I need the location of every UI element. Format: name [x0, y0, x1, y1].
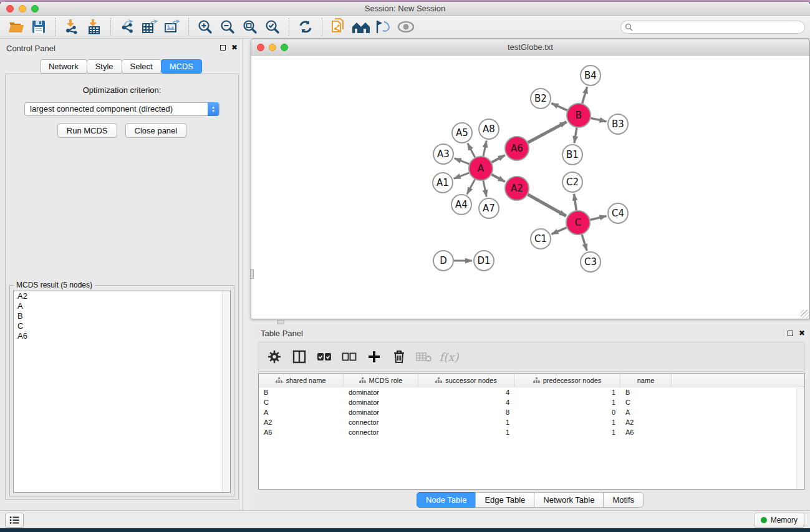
- graph-node-label: C1: [534, 233, 547, 244]
- graph-edge[interactable]: [483, 181, 486, 197]
- columns-icon[interactable]: [290, 347, 309, 366]
- graph-edge[interactable]: [582, 235, 587, 251]
- column-header-name[interactable]: name: [620, 374, 672, 387]
- graph-node-label: D: [440, 255, 447, 266]
- main-toolbar: [0, 16, 810, 39]
- graph-edge[interactable]: [492, 155, 505, 163]
- graph-edge[interactable]: [551, 228, 566, 234]
- table-row[interactable]: A2connector 11 A2: [259, 417, 804, 427]
- graph-edge[interactable]: [574, 128, 577, 143]
- gear-icon[interactable]: [265, 347, 284, 366]
- table-row[interactable]: Adominator 80 A: [259, 407, 804, 417]
- export-table-icon[interactable]: [138, 17, 161, 36]
- node-table[interactable]: shared name MCDS role successor nodes pr…: [258, 373, 805, 490]
- table-tabs: Node Table Edge Table Network Table Moti…: [251, 492, 810, 508]
- zoom-fit-icon[interactable]: [239, 17, 261, 36]
- float-table-panel-icon[interactable]: [788, 331, 793, 336]
- network-view-window: testGlobe.txt B4B2BB3A8A5A6B1A3AC2A1A2A4…: [251, 39, 810, 319]
- run-mcds-button[interactable]: Run MCDS: [57, 123, 117, 138]
- toolbar-separator: [322, 18, 322, 36]
- column-header-predecessor-nodes[interactable]: predecessor nodes: [514, 374, 620, 387]
- network-graph[interactable]: B4B2BB3A8A5A6B1A3AC2A1A2A4A7C4CC1C3DD1: [251, 56, 809, 319]
- mcds-result-item[interactable]: A: [14, 301, 230, 311]
- tab-style[interactable]: Style: [87, 59, 122, 74]
- tab-network[interactable]: Network: [40, 59, 87, 74]
- graph-edge[interactable]: [528, 195, 566, 216]
- hide-selected-icon[interactable]: [372, 17, 395, 36]
- graph-edge[interactable]: [492, 175, 505, 182]
- column-header-successor-nodes[interactable]: successor nodes: [418, 374, 514, 387]
- table-row[interactable]: Cdominator 41 C: [259, 397, 804, 407]
- table-row[interactable]: A6connector 11 A6: [259, 427, 804, 437]
- function-builder-icon: f(x): [440, 347, 458, 366]
- refresh-icon[interactable]: [294, 17, 317, 36]
- optimization-criterion-select[interactable]: largest connected component (directed) ▲…: [24, 102, 219, 116]
- export-image-icon[interactable]: [161, 17, 183, 36]
- graph-edge[interactable]: [528, 122, 567, 142]
- add-column-icon[interactable]: [365, 347, 383, 366]
- new-network-from-selection-icon[interactable]: [327, 17, 350, 36]
- table-row[interactable]: Bdominator 41 B: [259, 387, 804, 397]
- graph-edge[interactable]: [591, 118, 607, 122]
- delete-column-icon[interactable]: [390, 347, 408, 366]
- float-panel-icon[interactable]: [220, 45, 226, 51]
- column-header-mcds-role[interactable]: MCDS role: [344, 374, 418, 387]
- tab-motifs[interactable]: Motifs: [603, 492, 644, 508]
- mcds-result-item[interactable]: A6: [14, 331, 230, 341]
- graph-edge[interactable]: [455, 158, 470, 164]
- zoom-out-icon[interactable]: [216, 17, 239, 36]
- tree-icon: [359, 377, 366, 384]
- zoom-selected-icon[interactable]: [261, 17, 284, 36]
- graph-edge[interactable]: [590, 216, 606, 220]
- network-canvas[interactable]: B4B2BB3A8A5A6B1A3AC2A1A2A4A7C4CC1C3DD1: [251, 56, 809, 319]
- network-window-titlebar[interactable]: testGlobe.txt: [251, 39, 809, 56]
- close-panel-button[interactable]: Close panel: [125, 123, 187, 138]
- graph-edge[interactable]: [467, 180, 475, 195]
- tree-icon: [435, 377, 442, 384]
- mcds-result-item[interactable]: A2: [14, 291, 230, 301]
- search-input[interactable]: [620, 21, 805, 34]
- first-neighbors-icon[interactable]: [350, 17, 372, 36]
- mcds-result-item[interactable]: C: [14, 321, 230, 331]
- table-panel-title: Table Panel: [261, 329, 303, 338]
- split-pane-handle[interactable]: [277, 320, 284, 324]
- tab-mcds[interactable]: MCDS: [161, 59, 202, 74]
- close-table-panel-icon[interactable]: ✖: [799, 330, 805, 336]
- tab-network-table[interactable]: Network Table: [534, 492, 604, 508]
- table-scrollbar[interactable]: [796, 388, 804, 489]
- graph-edge[interactable]: [574, 194, 577, 210]
- graph-edge[interactable]: [551, 104, 567, 110]
- window-title: Session: New Session: [0, 4, 810, 13]
- graph-edge[interactable]: [468, 143, 475, 157]
- toolbar-separator: [110, 18, 111, 36]
- tab-select[interactable]: Select: [122, 59, 162, 74]
- import-table-icon[interactable]: [83, 17, 105, 36]
- delete-table-icon: [415, 347, 433, 366]
- result-list-scrollbar[interactable]: [222, 291, 230, 492]
- open-file-icon[interactable]: [5, 17, 27, 36]
- close-panel-icon[interactable]: ✖: [231, 44, 238, 51]
- zoom-in-icon[interactable]: [194, 17, 216, 36]
- mcds-result-list[interactable]: A2 A B C A6: [13, 291, 231, 493]
- column-header-shared-name[interactable]: shared name: [259, 374, 344, 387]
- select-all-rows-icon[interactable]: [315, 347, 334, 366]
- memory-button[interactable]: Memory: [754, 513, 804, 528]
- import-network-icon[interactable]: [60, 17, 83, 36]
- canvas-edge-handle[interactable]: [250, 269, 254, 279]
- deselect-all-rows-icon[interactable]: [340, 347, 359, 366]
- graph-edge[interactable]: [483, 141, 486, 157]
- window-resize-grip[interactable]: [801, 310, 809, 318]
- status-bar: Memory: [0, 510, 810, 528]
- show-all-icon[interactable]: [395, 17, 417, 36]
- task-history-button[interactable]: [5, 513, 24, 528]
- graph-node-label: A8: [483, 123, 495, 135]
- export-network-icon[interactable]: [116, 17, 138, 36]
- memory-label: Memory: [771, 516, 798, 525]
- graph-edge[interactable]: [454, 173, 470, 178]
- tab-edge-table[interactable]: Edge Table: [475, 492, 534, 508]
- graph-edge[interactable]: [582, 87, 587, 104]
- tab-node-table[interactable]: Node Table: [417, 492, 476, 508]
- save-session-icon[interactable]: [27, 17, 50, 36]
- mcds-result-item[interactable]: B: [14, 311, 230, 321]
- optimization-criterion-value: largest connected component (directed): [30, 104, 173, 114]
